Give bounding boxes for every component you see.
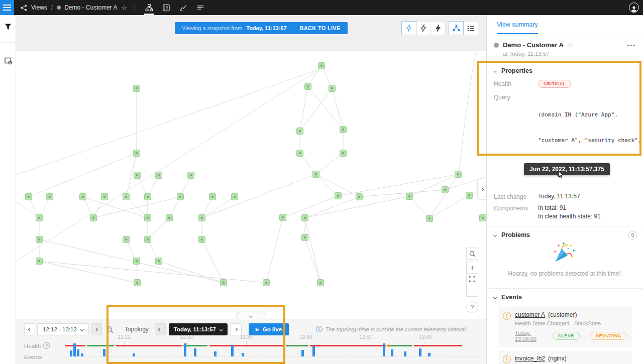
event-bar[interactable] xyxy=(194,348,196,356)
fit-to-screen-button[interactable] xyxy=(466,273,478,285)
event-bar[interactable] xyxy=(73,343,76,356)
event-card[interactable]: ! customer A(customer) Health State Chan… xyxy=(499,307,632,347)
topology-node[interactable] xyxy=(156,258,162,265)
topology-node[interactable] xyxy=(134,258,140,265)
event-bar[interactable] xyxy=(103,349,105,356)
topology-node[interactable] xyxy=(36,236,43,243)
events-section-header[interactable]: Events xyxy=(494,294,638,301)
event-bar[interactable] xyxy=(81,353,83,356)
timeline-zoom-out-icon[interactable] xyxy=(106,326,114,333)
topology-node[interactable] xyxy=(123,194,130,200)
zoom-in-button[interactable]: + xyxy=(466,262,478,274)
event-bar[interactable] xyxy=(312,346,315,356)
event-bar[interactable] xyxy=(133,353,135,356)
view-favorite-star-icon[interactable]: ☆ xyxy=(568,41,574,49)
event-bar[interactable] xyxy=(242,353,244,356)
properties-section-header[interactable]: Properties xyxy=(494,67,635,74)
topology-node[interactable] xyxy=(406,193,413,200)
back-to-live-button[interactable]: BACK TO LIVE xyxy=(300,25,341,31)
topology-time-prev-button[interactable] xyxy=(155,323,166,335)
topology-node[interactable] xyxy=(426,215,433,222)
event-time-link[interactable]: Today, 13:06:00 xyxy=(515,330,553,342)
topology-node[interactable] xyxy=(221,280,227,286)
events-perspective-tab[interactable] xyxy=(158,0,175,15)
event-component-link[interactable]: customer A xyxy=(515,311,545,318)
telemetry-interval-dropdown[interactable]: 12:12 - 13:12 xyxy=(37,323,89,335)
topology-node[interactable] xyxy=(302,215,308,221)
event-bar[interactable] xyxy=(184,343,186,356)
topology-node[interactable] xyxy=(47,194,53,200)
topology-node[interactable] xyxy=(145,215,151,221)
topology-node[interactable] xyxy=(123,236,130,243)
topology-view-mode-button[interactable] xyxy=(449,21,464,35)
topology-node[interactable] xyxy=(209,194,216,200)
topology-node[interactable] xyxy=(26,194,32,200)
panel-expand-tab[interactable] xyxy=(477,179,486,200)
topology-node[interactable] xyxy=(302,234,308,241)
topology-perspective-tab[interactable] xyxy=(141,0,158,15)
topology-node[interactable] xyxy=(177,194,184,200)
event-bar[interactable] xyxy=(419,348,421,356)
topology-node[interactable] xyxy=(199,236,205,243)
topology-node[interactable] xyxy=(297,128,303,135)
metrics-perspective-tab[interactable] xyxy=(175,0,192,15)
health-deviation-dot[interactable] xyxy=(387,344,390,347)
topology-node[interactable] xyxy=(340,127,347,133)
topology-node[interactable] xyxy=(101,194,108,200)
problem-mode-filled-button[interactable] xyxy=(431,21,446,35)
problem-mode-outline-button[interactable] xyxy=(416,21,431,35)
topology-node[interactable] xyxy=(199,215,205,221)
view-menu-button[interactable]: ••• xyxy=(627,42,636,48)
view-settings-icon[interactable] xyxy=(0,52,16,69)
topology-node[interactable] xyxy=(134,150,140,157)
snapshot-time[interactable]: Today, 11:13:57 xyxy=(246,25,286,31)
topology-node[interactable] xyxy=(134,85,140,92)
topology-node[interactable] xyxy=(36,215,43,221)
health-segment-critical[interactable] xyxy=(310,345,386,346)
event-bar[interactable] xyxy=(383,343,385,356)
topology-node[interactable] xyxy=(145,194,151,200)
last-change-value[interactable]: Today, 11:13:57 xyxy=(538,193,580,200)
health-segment-clear[interactable] xyxy=(87,345,114,346)
event-bar[interactable] xyxy=(231,345,234,356)
topology-node[interactable] xyxy=(455,171,462,178)
help-button[interactable]: ? xyxy=(466,301,478,313)
event-bar[interactable] xyxy=(77,349,79,356)
health-help-icon[interactable]: ? xyxy=(43,342,50,349)
topology-node[interactable] xyxy=(188,172,194,179)
topology-time-next-button[interactable] xyxy=(231,323,242,335)
topology-node[interactable] xyxy=(335,193,342,199)
topology-graph[interactable] xyxy=(16,15,486,319)
traces-perspective-tab[interactable] xyxy=(192,0,209,15)
topology-node[interactable] xyxy=(263,280,270,286)
event-card[interactable]: ! invoice_lb2(nginx) Health State Change… xyxy=(499,350,632,364)
health-segment-clear[interactable] xyxy=(390,345,412,346)
interval-prev-button[interactable] xyxy=(24,323,35,335)
topology-node[interactable] xyxy=(356,194,363,200)
event-bar[interactable] xyxy=(70,350,72,356)
favorite-star-icon[interactable]: ☆ xyxy=(122,4,128,12)
topology-node[interactable] xyxy=(232,194,238,200)
topology-node[interactable] xyxy=(318,63,325,69)
topology-node[interactable] xyxy=(90,215,97,221)
topology-node[interactable] xyxy=(80,194,86,200)
topology-node[interactable] xyxy=(166,215,173,221)
topology-node[interactable] xyxy=(134,280,141,286)
topology-node[interactable] xyxy=(145,236,151,243)
health-segment-clear[interactable] xyxy=(183,345,207,346)
event-bar[interactable] xyxy=(214,351,217,356)
topology-node[interactable] xyxy=(313,171,319,178)
zoom-out-button[interactable]: − xyxy=(466,285,478,297)
hamburger-menu-button[interactable] xyxy=(0,0,14,15)
interval-next-button[interactable] xyxy=(91,323,102,335)
topology-node[interactable] xyxy=(340,150,347,157)
health-segment-clear[interactable] xyxy=(286,345,308,346)
topology-canvas[interactable]: Viewing a snapshot from Today, 11:13:57 … xyxy=(16,15,486,319)
problem-mode-all-button[interactable] xyxy=(401,21,416,35)
topology-node[interactable] xyxy=(317,280,324,286)
event-component-link[interactable]: invoice_lb2 xyxy=(515,355,545,362)
go-live-button[interactable]: ▶ Go live xyxy=(249,323,289,335)
topology-node[interactable] xyxy=(329,85,336,92)
topology-node[interactable] xyxy=(297,150,303,157)
breadcrumb-view-name[interactable]: Demo - Customer A xyxy=(64,4,117,11)
